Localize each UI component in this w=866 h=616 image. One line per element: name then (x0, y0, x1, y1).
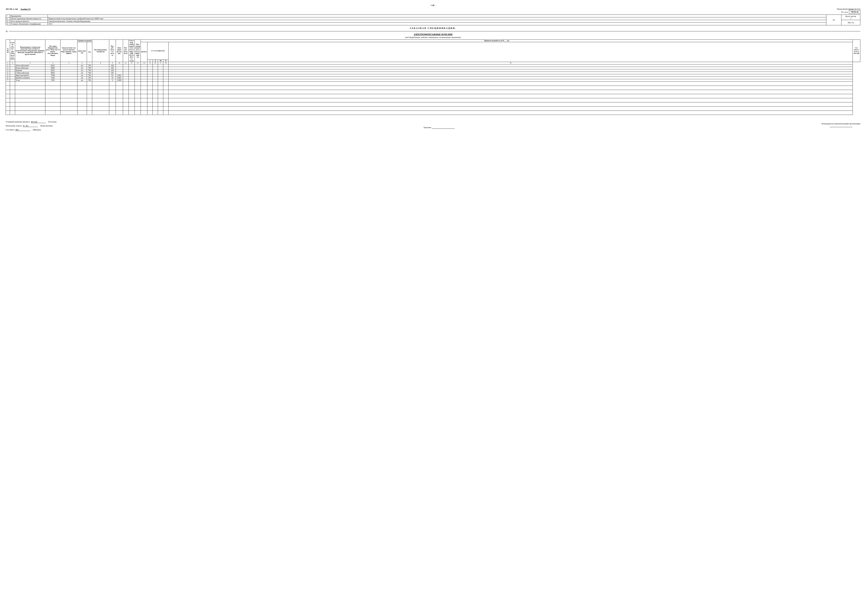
empty-r3-c17 (158, 90, 163, 94)
cell-r5-c3: Ящик протяжной (15, 74, 45, 77)
sheets-value: 1 (842, 17, 860, 19)
cell-r6-c11 (123, 77, 129, 79)
th-num-11: 11 (123, 62, 129, 64)
empty-r8-c14 (141, 110, 148, 115)
th-num-14: 14 (141, 62, 148, 64)
empty-r3-c9 (109, 90, 116, 94)
cell-r2-c8 (92, 67, 109, 69)
empty-r4-c9 (109, 94, 116, 98)
cell-r6-c7: 796 (87, 77, 92, 79)
table-row-empty (6, 86, 860, 90)
cell-r7-c15 (148, 79, 153, 82)
th-num-8: 8 (92, 62, 109, 64)
th-num-1: 1 (6, 62, 10, 64)
empty-r7-c10 (116, 106, 123, 110)
number-prefix: № (6, 30, 8, 32)
cell-r1-c12 (129, 64, 135, 67)
empty-r4-c11 (123, 94, 129, 98)
right-codes-col1: 5Л (826, 15, 841, 25)
cell-r3-c12 (129, 69, 135, 72)
cell-r4-c16 (153, 72, 158, 74)
cell-r3-c8 (92, 69, 109, 72)
th-col10: Цена едини-цы тыс. руб. (116, 40, 123, 62)
empty-r5-c2 (10, 98, 15, 102)
signatures-left: /Главный инженер проекта: Жеговf (Гоголе… (6, 121, 57, 132)
page-wrapper: -16- ТП 705-1-144 Альбом VI Продолжение … (6, 4, 860, 132)
th-col3: Наименование и техническая характеристик… (15, 40, 45, 62)
cell-r5-c17 (158, 74, 163, 77)
empty-r2-c11 (123, 86, 129, 90)
empty-r1-c3 (15, 82, 45, 86)
cell-r5-c11 (123, 74, 129, 77)
chief-eng-label: /Главный инженер проекта: (6, 121, 30, 123)
cell-r5-c1: 5. (6, 74, 10, 77)
empty-r3-c19 (168, 90, 853, 94)
empty-r5-c15 (148, 98, 153, 102)
empty-r6-c2 (10, 102, 15, 106)
th-unit: Единица измерения (77, 40, 92, 42)
cell-r3-c11 (123, 69, 129, 72)
empty-r2-c3 (15, 86, 45, 90)
empty-r1-c9 (109, 82, 116, 86)
empty-r7-c2 (10, 106, 15, 110)
form-continuation: Продолжение формы № 8 (1) К о д ы 7835/6 (837, 8, 860, 14)
empty-r2-c17 (158, 86, 163, 90)
empty-r4-c10 (116, 94, 123, 98)
th-num-18: 18 (163, 62, 168, 64)
empty-r8-c16 (153, 110, 158, 115)
cell-r4-c19 (168, 72, 853, 74)
empty-r2-c8 (92, 86, 109, 90)
th-col13: Заяв-ленная потреб-ность на пла-нируе-мы… (135, 40, 141, 62)
empty-r8-c9 (109, 110, 116, 115)
empty-r8-c6 (77, 110, 87, 115)
empty-r1-c18 (163, 82, 168, 86)
cell-r1-c19 (168, 64, 853, 67)
th-num-15: 15 (148, 62, 153, 64)
empty-r1-c5 (60, 82, 77, 86)
cell-r6-c15 (148, 77, 153, 79)
empty-r8-c8 (92, 110, 109, 115)
cell-r2-c3: Полка кабельная (15, 67, 45, 69)
empty-r8-c11 (123, 110, 129, 115)
empty-r8-c2 (10, 110, 15, 115)
empty-r1-c8 (92, 82, 109, 86)
th-col8: Код оборудования, материалов (92, 40, 109, 62)
empty-r4-c17 (158, 94, 163, 98)
empty-r6-c12 (129, 102, 135, 106)
cell-r6-c2 (10, 77, 15, 79)
empty-r2-c2 (10, 86, 15, 90)
cell-r1-c4: К422 (45, 64, 60, 67)
th-col11: Пот-реб-ность на пу (123, 40, 129, 62)
cell-r4-c13 (135, 72, 141, 74)
cell-r5-c2 (10, 74, 15, 77)
empty-r6-c8 (92, 102, 109, 106)
sheet-cell: Лист № (841, 20, 860, 25)
empty-r5-c7 (87, 98, 92, 102)
cell-r5-c13 (135, 74, 141, 77)
cell-r6-c12 (129, 77, 135, 79)
cell-r1-c15 (148, 64, 153, 67)
cell-r2-c6: шт (77, 67, 87, 69)
cell-r7-c14 (141, 79, 148, 82)
th-num-7: 7 (87, 62, 92, 64)
head-dept-sig: (Едистратова) (40, 124, 53, 127)
form-label: Продолжение формы № 8 (1) (837, 8, 860, 10)
empty-r7-c6 (77, 106, 87, 110)
cell-r5-c7: 796 (87, 74, 92, 77)
cell-r2-c12 (129, 67, 135, 69)
empty-r7-c1 (6, 106, 10, 110)
cell-r6-c18 (163, 77, 168, 79)
cell-r7-c16 (153, 79, 158, 82)
cell-r6-c19 (168, 77, 853, 79)
cell-r7-c13 (135, 79, 141, 82)
empty-r2-c19 (168, 86, 853, 90)
th-num-2: 2 (10, 62, 15, 64)
empty-r1-c7 (87, 82, 92, 86)
empty-r2-c12 (129, 86, 135, 90)
cell-r3-c7: 796 (87, 69, 92, 72)
sheet-label: Лист № (842, 22, 860, 24)
cell-r2-c2 (10, 67, 15, 69)
cell-r3-c5 (60, 69, 77, 72)
cell-r4-c10 (116, 72, 123, 74)
cell-r1-c11 (123, 64, 129, 67)
